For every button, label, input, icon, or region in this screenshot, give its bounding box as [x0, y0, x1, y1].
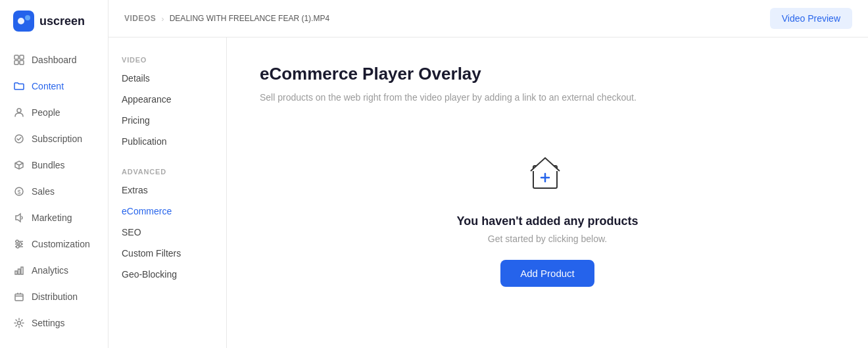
main: VIDEOS › DEALING WITH FREELANCE FEAR (1)… [108, 0, 868, 348]
content-layout: VIDEO Details Appearance Pricing Publica… [108, 37, 868, 348]
sub-section-advanced-label: ADVANCED [108, 162, 226, 180]
svg-point-2 [25, 15, 30, 20]
svg-line-10 [15, 163, 19, 165]
sub-nav-pricing[interactable]: Pricing [108, 110, 226, 131]
box-icon [13, 291, 25, 303]
sidebar-item-sales[interactable]: $ Sales [0, 179, 108, 204]
sub-nav-geo-blocking[interactable]: Geo-Blocking [108, 264, 226, 285]
sidebar-item-distribution[interactable]: Distribution [0, 284, 108, 309]
svg-rect-4 [20, 55, 24, 59]
svg-rect-3 [14, 55, 18, 59]
empty-state-title: You haven't added any products [457, 214, 639, 228]
svg-text:$: $ [18, 189, 21, 195]
sidebar-item-analytics-label: Analytics [32, 265, 68, 276]
folder-icon [13, 80, 25, 92]
sub-section-video: VIDEO Details Appearance Pricing Publica… [108, 51, 226, 152]
speaker-icon [13, 212, 25, 224]
gear-icon [13, 317, 25, 329]
circle-icon [13, 133, 25, 145]
sidebar-item-content-label: Content [32, 81, 64, 91]
svg-rect-6 [20, 61, 24, 64]
sub-section-video-label: VIDEO [108, 51, 226, 68]
dollar-icon: $ [13, 186, 25, 197]
svg-marker-15 [16, 214, 20, 222]
empty-state-subtitle: Get started by clicking below. [488, 234, 607, 244]
svg-point-1 [18, 18, 24, 24]
sidebar-nav: Dashboard Content People [0, 42, 108, 341]
sub-nav-extras[interactable]: Extras [108, 180, 226, 201]
empty-state-icon [521, 149, 574, 201]
svg-rect-23 [18, 269, 20, 274]
svg-rect-25 [15, 294, 23, 301]
sidebar: uscreen Dashboard Content [0, 0, 108, 348]
svg-rect-5 [14, 61, 18, 64]
video-preview-button[interactable]: Video Preview [770, 8, 852, 29]
sidebar-item-marketing-label: Marketing [32, 212, 72, 223]
user-icon [13, 107, 25, 118]
sidebar-item-dashboard-label: Dashboard [32, 55, 77, 65]
page-content: eCommerce Player Overlay Sell products o… [227, 37, 868, 348]
sub-nav-seo[interactable]: SEO [108, 222, 226, 243]
sub-nav-appearance[interactable]: Appearance [108, 89, 226, 110]
bar-chart-icon [13, 264, 25, 276]
package-icon [13, 159, 25, 171]
svg-point-29 [18, 322, 21, 325]
svg-point-7 [17, 109, 21, 112]
svg-point-19 [16, 240, 18, 243]
logo-text: uscreen [39, 14, 85, 28]
breadcrumb-current: DEALING WITH FREELANCE FEAR (1).MP4 [170, 14, 329, 23]
page-title: eCommerce Player Overlay [260, 64, 835, 84]
sidebar-item-sales-label: Sales [32, 186, 55, 197]
logo: uscreen [0, 0, 108, 42]
sidebar-item-content[interactable]: Content [0, 74, 108, 99]
sidebar-item-bundles[interactable]: Bundles [0, 153, 108, 178]
sidebar-item-settings[interactable]: Settings [0, 311, 108, 336]
sub-nav-custom-filters[interactable]: Custom Filters [108, 243, 226, 264]
svg-rect-22 [15, 271, 17, 274]
breadcrumb-root[interactable]: VIDEOS [124, 14, 156, 23]
sub-section-advanced: ADVANCED Extras eCommerce SEO Custom Fil… [108, 162, 226, 285]
empty-state: You haven't added any products Get start… [260, 136, 835, 313]
sidebar-item-bundles-label: Bundles [32, 160, 65, 170]
sub-sidebar: VIDEO Details Appearance Pricing Publica… [108, 37, 227, 348]
header: VIDEOS › DEALING WITH FREELANCE FEAR (1)… [108, 0, 868, 37]
sidebar-item-customization-label: Customization [32, 239, 90, 249]
grid-icon [13, 54, 25, 66]
logo-icon [13, 11, 34, 32]
sidebar-item-marketing[interactable]: Marketing [0, 205, 108, 230]
breadcrumb: VIDEOS › DEALING WITH FREELANCE FEAR (1)… [124, 14, 329, 24]
sidebar-item-subscription[interactable]: Subscription [0, 126, 108, 151]
add-product-button[interactable]: Add Product [500, 260, 594, 287]
sidebar-item-people[interactable]: People [0, 100, 108, 125]
sidebar-item-customization[interactable]: Customization [0, 232, 108, 257]
svg-point-21 [16, 245, 19, 248]
sub-nav-details[interactable]: Details [108, 68, 226, 89]
sub-nav-publication[interactable]: Publication [108, 131, 226, 152]
sidebar-item-analytics[interactable]: Analytics [0, 258, 108, 283]
sub-nav-ecommerce[interactable]: eCommerce [108, 201, 226, 222]
breadcrumb-separator: › [161, 14, 164, 24]
sidebar-item-distribution-label: Distribution [32, 291, 78, 302]
sidebar-item-dashboard[interactable]: Dashboard [0, 47, 108, 72]
sidebar-item-subscription-label: Subscription [32, 134, 82, 144]
sidebar-item-settings-label: Settings [32, 318, 65, 328]
sidebar-item-people-label: People [32, 107, 60, 118]
svg-point-20 [19, 243, 22, 245]
svg-rect-24 [21, 267, 23, 274]
page-subtitle: Sell products on the web right from the … [260, 92, 835, 103]
sliders-icon [13, 238, 25, 250]
svg-line-11 [19, 163, 23, 165]
